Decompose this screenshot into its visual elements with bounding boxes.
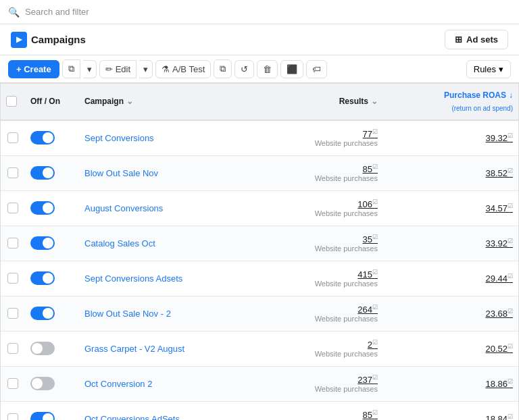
campaign-link[interactable]: August Conversions	[84, 203, 163, 213]
trash-icon: 🗑	[263, 64, 272, 74]
duplicate-button[interactable]: ⧉	[62, 59, 80, 78]
checkbox-header[interactable]	[1, 84, 25, 120]
row-results-cell: 415☑ Website purchases	[275, 261, 383, 296]
rules-dropdown-icon: ▾	[499, 64, 503, 74]
select-all-checkbox[interactable]	[6, 96, 17, 107]
result-label: Website purchases	[315, 280, 378, 288]
table-row: Sept Conversions 77☑ Website purchases 3…	[1, 121, 518, 156]
table-body: Sept Conversions 77☑ Website purchases 3…	[1, 121, 518, 420]
result-number: 35☑	[363, 234, 378, 244]
campaign-header[interactable]: Campaign ⌄	[79, 84, 275, 120]
duplicate-icon: ⧉	[68, 63, 74, 74]
tag-button[interactable]: 🏷	[306, 60, 327, 78]
row-checkbox[interactable]	[7, 308, 18, 319]
campaign-link[interactable]: Oct Conversion 2	[84, 379, 152, 389]
feedback-icon: ⬛	[287, 64, 297, 74]
result-label: Website purchases	[315, 385, 378, 393]
search-bar[interactable]: 🔍 Search and filter	[0, 0, 519, 24]
campaign-link[interactable]: Grass Carpet - V2 August	[84, 344, 184, 354]
campaign-link[interactable]: Sept Conversions Adsets	[84, 273, 182, 284]
result-label: Website purchases	[315, 209, 378, 217]
roas-number: 33.92☑	[485, 238, 513, 248]
chevron-down-icon: ▾	[87, 64, 92, 74]
row-results-cell: 85☑ Website purchases	[275, 156, 383, 190]
row-campaign-cell: Sept Conversions Adsets	[79, 261, 275, 296]
toggle-switch[interactable]	[30, 412, 55, 420]
roas-number: 18.84☑	[485, 413, 513, 420]
result-number: 415☑	[357, 269, 378, 280]
copy-icon: ⧉	[220, 63, 226, 74]
table-row: Catalog Sales Oct 35☑ Website purchases …	[1, 226, 518, 261]
row-campaign-cell: August Conversions	[79, 191, 275, 226]
roas-number: 39.32☑	[485, 132, 513, 143]
create-button[interactable]: + Create	[8, 60, 59, 78]
edit-dropdown[interactable]: ▾	[139, 60, 153, 78]
trash-button[interactable]: 🗑	[257, 60, 278, 78]
result-number: 2☑	[368, 339, 378, 350]
off-on-header: Off / On	[25, 84, 79, 120]
chevron-down-icon-2: ▾	[143, 64, 148, 74]
toggle-switch[interactable]	[30, 307, 55, 320]
toggle-switch[interactable]	[30, 271, 55, 285]
row-toggle-cell	[25, 121, 79, 155]
toggle-switch[interactable]	[30, 342, 55, 355]
campaign-link[interactable]: Sept Conversions	[84, 133, 154, 143]
row-checkbox[interactable]	[7, 343, 18, 354]
row-toggle-cell	[25, 367, 79, 401]
row-results-cell: 2☑ Website purchases	[275, 332, 383, 366]
toggle-switch[interactable]	[30, 131, 55, 145]
ad-sets-label: Ad sets	[466, 34, 498, 45]
row-campaign-cell: Blow Out Sale Nov - 2	[79, 296, 275, 331]
campaign-link[interactable]: Catalog Sales Oct	[84, 238, 155, 248]
row-campaign-cell: Oct Conversion 2	[79, 367, 275, 401]
roas-number: 20.52☑	[485, 343, 513, 354]
table-row: Grass Carpet - V2 August 2☑ Website purc…	[1, 332, 518, 367]
toggle-switch[interactable]	[30, 377, 55, 390]
toggle-switch[interactable]	[30, 201, 55, 215]
campaign-link[interactable]: Blow Out Sale Nov - 2	[84, 309, 171, 319]
table-row: Blow Out Sale Nov 85☑ Website purchases …	[1, 156, 518, 191]
feedback-button[interactable]: ⬛	[280, 60, 303, 78]
row-checkbox-cell	[1, 332, 25, 366]
roas-header[interactable]: Purchase ROAS ↓ (return on ad spend)	[383, 84, 518, 120]
row-checkbox[interactable]	[7, 238, 18, 248]
campaign-link[interactable]: Oct Conversions AdSets	[84, 414, 180, 420]
row-checkbox[interactable]	[7, 273, 18, 284]
results-sort-icon: ⌄	[371, 97, 378, 106]
campaign-link[interactable]: Blow Out Sale Nov	[84, 168, 158, 178]
row-checkbox-cell	[1, 402, 25, 420]
row-checkbox[interactable]	[7, 413, 18, 420]
result-label: Website purchases	[315, 350, 378, 358]
table-row: Oct Conversion 2 237☑ Website purchases …	[1, 367, 518, 402]
toggle-switch[interactable]	[30, 166, 55, 180]
ab-test-button[interactable]: ⚗ A/B Test	[155, 60, 211, 78]
roas-sort-icon: ↓	[509, 90, 513, 101]
toggle-switch[interactable]	[30, 236, 55, 250]
row-checkbox[interactable]	[7, 167, 18, 178]
results-header[interactable]: Results ⌄	[275, 84, 383, 120]
edit-button[interactable]: ✏ Edit	[99, 60, 137, 78]
campaigns-icon: ▶	[11, 32, 27, 48]
ad-sets-button[interactable]: ⊞ Ad sets	[445, 30, 508, 49]
row-checkbox-cell	[1, 261, 25, 296]
row-toggle-cell	[25, 296, 79, 331]
row-checkbox[interactable]	[7, 132, 18, 143]
rules-button[interactable]: Rules ▾	[466, 60, 511, 78]
result-number: 77☑	[363, 128, 378, 139]
table-row: August Conversions 106☑ Website purchase…	[1, 191, 518, 226]
row-results-cell: 106☑ Website purchases	[275, 191, 383, 226]
row-checkbox-cell	[1, 191, 25, 226]
copy-button[interactable]: ⧉	[214, 59, 232, 78]
row-roas-cell: 33.92☑	[383, 226, 518, 261]
row-checkbox[interactable]	[7, 378, 18, 389]
result-label: Website purchases	[315, 139, 378, 147]
undo-button[interactable]: ↺	[234, 60, 254, 78]
result-number: 85☑	[363, 163, 378, 174]
duplicate-dropdown[interactable]: ▾	[83, 60, 97, 78]
row-checkbox[interactable]	[7, 203, 18, 213]
result-number: 237☑	[357, 374, 378, 385]
row-roas-cell: 38.52☑	[383, 156, 518, 190]
result-number: 106☑	[357, 199, 378, 209]
row-toggle-cell	[25, 332, 79, 366]
campaigns-button[interactable]: ▶ Campaigns	[11, 32, 86, 48]
